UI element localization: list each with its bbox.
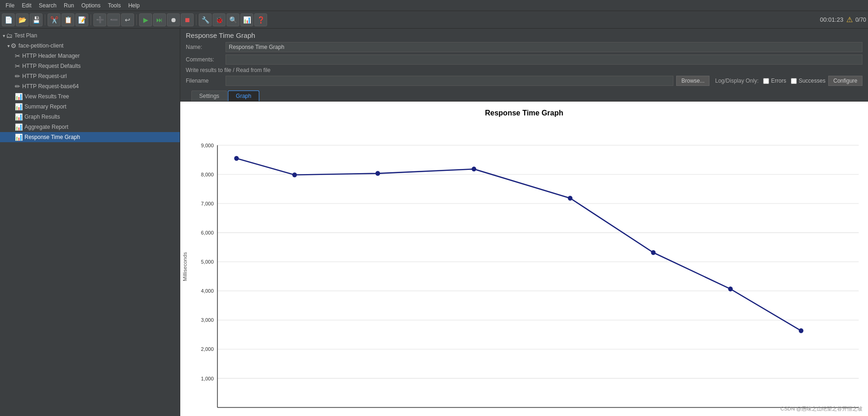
- comments-input[interactable]: [226, 54, 862, 65]
- toolbar-paste[interactable]: 📝: [75, 13, 88, 26]
- content-area: Response Time Graph Name: Comments: Writ…: [180, 29, 868, 416]
- tab-settings[interactable]: Settings: [191, 90, 227, 101]
- toolbar-search[interactable]: 🔍: [226, 13, 239, 26]
- sidebar-label-http-request-defaults: HTTP Request Defaults: [22, 63, 81, 69]
- menu-edit[interactable]: Edit: [18, 1, 35, 10]
- graph-line: [237, 158, 801, 331]
- sidebar-item-response-time-graph[interactable]: 📊Response Time Graph: [0, 132, 180, 142]
- data-point-1: [292, 172, 297, 177]
- sidebar-item-test-plan[interactable]: ▾🗂Test Plan: [0, 30, 180, 41]
- toolbar-copy[interactable]: 📋: [61, 13, 74, 26]
- sidebar-label-face-petition-client: face-petition-client: [18, 42, 63, 49]
- svg-text:9,000: 9,000: [201, 143, 214, 148]
- toolbar-add[interactable]: ➕: [93, 13, 106, 26]
- svg-text:3,000: 3,000: [201, 317, 214, 323]
- errors-checkbox[interactable]: [763, 78, 769, 84]
- toolbar-stop[interactable]: ⏹: [181, 13, 194, 26]
- tabs-bar: Settings Graph: [186, 89, 862, 101]
- successes-checkbox[interactable]: [791, 78, 797, 84]
- toolbar: 📄 📂 💾 ✂️ 📋 📝 ➕ ➖ ↩ ▶ ⏭ ⏺ ⏹ 🔧 🐞 🔍 📊 ❓ 00:…: [0, 11, 868, 29]
- graph-area: Response Time Graph 9,000 8,000: [180, 102, 868, 416]
- sidebar-icon-http-request-base64: ✏: [15, 83, 20, 90]
- data-point-2: [375, 171, 380, 176]
- graph-title: Response Time Graph: [180, 102, 868, 121]
- sidebar-icon-http-header-manager: ✂: [15, 52, 20, 60]
- sidebar-label-aggregate-report: Aggregate Report: [24, 124, 68, 130]
- toolbar-record[interactable]: ⏺: [167, 13, 180, 26]
- log-display-row: Log/Display Only: Errors Successes: [715, 78, 825, 84]
- name-label: Name:: [186, 44, 223, 50]
- toolbar-new[interactable]: 📄: [2, 13, 15, 26]
- svg-text:2,000: 2,000: [201, 346, 214, 352]
- sidebar-item-summary-report[interactable]: 📊Summary Report: [0, 102, 180, 112]
- menu-file[interactable]: File: [2, 1, 18, 10]
- menu-tools[interactable]: Tools: [104, 1, 124, 10]
- sidebar-item-face-petition-client[interactable]: ▾⚙face-petition-client: [0, 41, 180, 51]
- sidebar-icon-http-request-defaults: ✂: [15, 62, 20, 70]
- svg-text:6,000: 6,000: [201, 230, 214, 235]
- watermark: CSDN @愚味之山绝望之谷开悟之坡: [781, 405, 862, 412]
- browse-button[interactable]: Browse...: [676, 76, 709, 86]
- toolbar-run-no-pause[interactable]: ⏭: [153, 13, 166, 26]
- data-point-7: [799, 328, 803, 333]
- errors-label: Errors: [771, 78, 786, 84]
- configure-button[interactable]: Configure: [828, 76, 862, 86]
- filename-row: Filename Browse... Log/Display Only: Err…: [186, 76, 862, 86]
- sidebar-icon-face-petition-client: ⚙: [11, 42, 17, 49]
- toolbar-timer: 00:01:23 ⚠ 0/70: [820, 15, 866, 24]
- errors-checkbox-group: Errors: [763, 78, 786, 84]
- menu-help[interactable]: Help: [124, 1, 143, 10]
- sidebar-icon-summary-report: 📊: [15, 103, 23, 110]
- sidebar-icon-aggregate-report: 📊: [15, 123, 23, 131]
- toolbar-sep-4: [196, 14, 196, 25]
- sidebar-label-test-plan: Test Plan: [14, 32, 37, 39]
- successes-label: Successes: [799, 78, 825, 84]
- toolbar-debug[interactable]: 🐞: [213, 13, 226, 26]
- toolbar-sep-3: [136, 14, 137, 25]
- write-results-label: Write results to file / Read from file: [186, 67, 270, 73]
- filename-input[interactable]: [226, 76, 673, 86]
- sidebar-label-summary-report: Summary Report: [24, 103, 67, 110]
- sidebar-label-http-request-base64: HTTP Request-base64: [22, 83, 79, 90]
- toolbar-settings[interactable]: 🔧: [199, 13, 212, 26]
- toolbar-report[interactable]: 📊: [240, 13, 253, 26]
- toolbar-cut[interactable]: ✂️: [48, 13, 61, 26]
- svg-text:4,000: 4,000: [201, 288, 214, 294]
- warning-icon: ⚠: [846, 15, 853, 24]
- sidebar-item-http-request-base64[interactable]: ✏HTTP Request-base64: [0, 81, 180, 91]
- content-header: Response Time Graph Name: Comments: Writ…: [180, 29, 868, 102]
- menu-options[interactable]: Options: [78, 1, 104, 10]
- data-point-4: [568, 196, 573, 201]
- toolbar-sep-1: [45, 14, 45, 25]
- svg-text:7,000: 7,000: [201, 201, 214, 206]
- svg-text:5,000: 5,000: [201, 259, 214, 265]
- sidebar-icon-graph-results: 📊: [15, 113, 23, 121]
- sidebar-icon-view-results-tree: 📊: [15, 93, 23, 100]
- sidebar-item-graph-results[interactable]: 📊Graph Results: [0, 112, 180, 122]
- data-point-6: [728, 287, 733, 292]
- toolbar-save[interactable]: 💾: [30, 13, 43, 26]
- menu-search[interactable]: Search: [35, 1, 60, 10]
- sidebar-item-http-request-url[interactable]: ✏HTTP Request-url: [0, 71, 180, 81]
- toolbar-run[interactable]: ▶: [139, 13, 152, 26]
- sidebar-item-http-request-defaults[interactable]: ✂HTTP Request Defaults: [0, 61, 180, 71]
- toolbar-undo[interactable]: ↩: [121, 13, 134, 26]
- name-input[interactable]: [226, 42, 862, 52]
- sidebar-label-view-results-tree: View Results Tree: [24, 93, 69, 100]
- graph-svg: 9,000 8,000 7,000 6,000 5,000 4,000 3,00…: [180, 121, 868, 412]
- log-display-label: Log/Display Only:: [715, 78, 758, 84]
- sidebar-icon-response-time-graph: 📊: [15, 133, 23, 141]
- sidebar-item-http-header-manager[interactable]: ✂HTTP Header Manager: [0, 51, 180, 61]
- comments-row: Comments:: [186, 54, 862, 65]
- toolbar-help[interactable]: ❓: [254, 13, 267, 26]
- menu-run[interactable]: Run: [60, 1, 78, 10]
- sidebar-item-aggregate-report[interactable]: 📊Aggregate Report: [0, 122, 180, 132]
- sidebar-label-graph-results: Graph Results: [24, 114, 60, 120]
- toolbar-open[interactable]: 📂: [16, 13, 29, 26]
- comments-label: Comments:: [186, 56, 223, 63]
- sidebar-item-view-results-tree[interactable]: 📊View Results Tree: [0, 91, 180, 102]
- toolbar-remove[interactable]: ➖: [107, 13, 120, 26]
- svg-text:8,000: 8,000: [201, 172, 214, 177]
- tab-graph[interactable]: Graph: [228, 90, 259, 101]
- sidebar-label-http-request-url: HTTP Request-url: [22, 73, 67, 79]
